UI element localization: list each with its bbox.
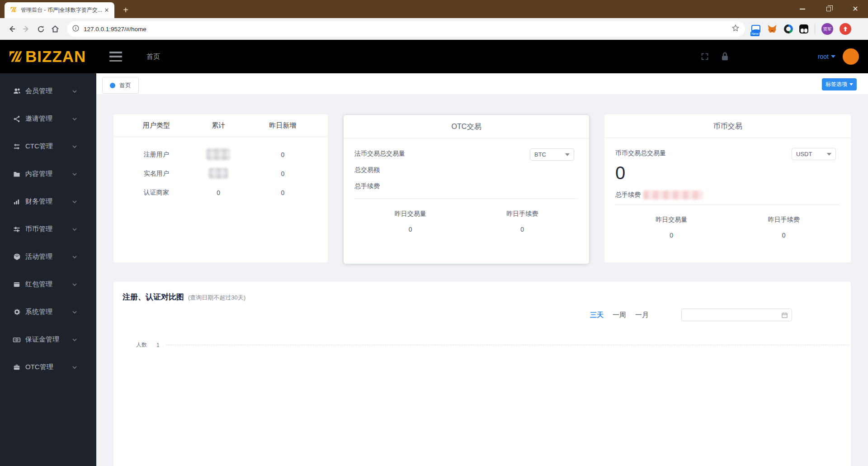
tag-dot-icon xyxy=(110,83,115,88)
table-row: 实名用户 0 xyxy=(113,164,328,183)
otc-card-body: 法币交易总交易量 BTC 总交易额 总手续费 昨日交易量 0 xyxy=(344,138,589,233)
extension-new-icon[interactable]: New xyxy=(751,25,760,33)
sidebar-item-activities[interactable]: 活动管理 xyxy=(0,243,96,271)
bookmark-star-icon[interactable] xyxy=(731,24,740,34)
range-3days-link[interactable]: 三天 xyxy=(590,311,604,319)
lock-icon[interactable] xyxy=(721,52,729,62)
yesterday-fee-col: 昨日手续费 0 xyxy=(467,210,579,233)
chevron-down-icon xyxy=(71,281,78,290)
extension-red-arrow-icon[interactable] xyxy=(840,23,851,35)
sliders-icon xyxy=(13,225,21,233)
y-axis-tick: 1 xyxy=(156,342,160,348)
window-minimize-button[interactable] xyxy=(792,0,813,18)
user-avatar[interactable] xyxy=(843,48,859,65)
breadcrumb-tag-home[interactable]: 首页 xyxy=(102,77,139,94)
y-axis-label: 人数 xyxy=(136,341,147,349)
site-info-icon[interactable] xyxy=(72,25,79,33)
range-1month-link[interactable]: 一月 xyxy=(635,311,649,319)
back-icon[interactable] xyxy=(5,23,18,35)
gear-icon xyxy=(13,308,21,316)
col-total: 累计 xyxy=(199,121,238,130)
sidebar-item-coin-trade[interactable]: 币币管理 xyxy=(0,215,96,243)
sidebar-item-system[interactable]: 系统管理 xyxy=(0,298,96,326)
stats-table-body: 注册用户 0 实名用户 0 认证商家 0 0 xyxy=(113,137,328,202)
bizzan-logo-icon xyxy=(8,49,24,64)
yesterday-fee-col: 昨日手续费 0 xyxy=(728,216,840,239)
users-icon xyxy=(13,87,21,95)
coin-currency-select[interactable]: USDT xyxy=(792,148,836,160)
browser-tab[interactable]: 管理后台 - 币严|全球数字资产交... ✕ xyxy=(5,2,114,18)
chevron-down-icon xyxy=(71,254,78,262)
window-restore-button[interactable] xyxy=(818,0,839,18)
browser-profile-avatar[interactable]: 贤军 xyxy=(821,23,833,35)
sidebar-item-finance[interactable]: 财务管理 xyxy=(0,188,96,215)
col-user-type: 用户类型 xyxy=(113,121,199,130)
tab-close-icon[interactable]: ✕ xyxy=(103,6,111,14)
content-area: 用户类型 累计 昨日新增 注册用户 0 实名用户 0 xyxy=(96,94,868,466)
grid-line xyxy=(166,345,849,345)
chevron-down-icon xyxy=(71,309,78,317)
header-nav-home[interactable]: 首页 xyxy=(146,52,160,61)
range-1week-link[interactable]: 一周 xyxy=(613,311,626,319)
extensions-row: New 贤军 xyxy=(751,23,851,35)
new-tab-button[interactable]: + xyxy=(120,5,131,16)
calendar-icon xyxy=(781,312,788,319)
chart-title: 注册、认证对比图 xyxy=(123,292,184,302)
otc-card-title: OTC交易 xyxy=(344,115,589,138)
reload-icon[interactable] xyxy=(34,23,47,35)
bar-chart-icon xyxy=(13,198,21,206)
censored-value xyxy=(199,148,238,162)
sidebar-item-ctc[interactable]: CTC管理 xyxy=(0,133,96,160)
otc-trade-card: OTC交易 法币交易总交易量 BTC 总交易额 总手续费 昨日交易量 xyxy=(343,114,590,264)
forward-icon[interactable] xyxy=(20,23,33,35)
sidebar-item-otc[interactable]: OTC管理 xyxy=(0,353,96,381)
col-new-yesterday: 昨日新增 xyxy=(238,121,328,130)
chevron-down-icon xyxy=(71,143,78,152)
censored-value xyxy=(199,168,238,180)
cube-icon xyxy=(13,253,21,261)
tag-options-button[interactable]: 标签选项 xyxy=(822,78,857,90)
bizzan-logo: BIZZAN xyxy=(8,48,97,66)
chevron-down-icon xyxy=(71,337,78,345)
divider xyxy=(615,204,840,205)
url-bar[interactable]: 127.0.0.1:9527/#/home xyxy=(67,21,745,37)
sidebar-toggle-hamburger-icon[interactable] xyxy=(109,52,122,62)
app-header: BIZZAN 首页 root xyxy=(0,40,868,73)
chart-controls: 三天 一周 一月 xyxy=(123,309,842,321)
user-dropdown-caret-icon[interactable] xyxy=(831,55,835,58)
select-caret-icon xyxy=(827,153,831,156)
coin-volume-value: 0 xyxy=(615,163,840,182)
yesterday-volume-col: 昨日交易量 0 xyxy=(354,210,467,233)
fullscreen-icon[interactable] xyxy=(700,52,710,62)
date-range-input[interactable] xyxy=(681,309,792,321)
sidebar-item-members[interactable]: 会员管理 xyxy=(0,77,96,105)
toolbar-separator xyxy=(815,24,815,33)
breadcrumb-row: 首页 标签选项 xyxy=(96,73,868,94)
otc-yesterday-stats: 昨日交易量 0 昨日手续费 0 xyxy=(354,210,578,233)
browser-titlebar: 管理后台 - 币严|全球数字资产交... ✕ + ✕ xyxy=(0,0,868,18)
share-icon xyxy=(13,115,21,123)
otc-currency-select[interactable]: BTC xyxy=(530,148,574,161)
extension-dark-icon[interactable] xyxy=(799,24,808,33)
swap-arrows-icon xyxy=(13,143,21,151)
extension-ring-icon[interactable] xyxy=(784,24,793,33)
yesterday-volume-col: 昨日交易量 0 xyxy=(615,216,728,239)
sidebar-item-content[interactable]: 内容管理 xyxy=(0,160,96,188)
caret-down-icon xyxy=(849,83,853,86)
user-dropdown[interactable]: root xyxy=(818,53,829,60)
chart-card: 注册、认证对比图 (查询日期不超过30天) 三天 一周 一月 人数 1 xyxy=(113,282,851,466)
sidebar-item-margin[interactable]: 保证金管理 xyxy=(0,326,96,353)
window-close-button[interactable]: ✕ xyxy=(845,0,866,18)
metamask-fox-icon[interactable] xyxy=(767,24,778,34)
stats-table-header: 用户类型 累计 昨日新增 xyxy=(113,114,328,137)
select-caret-icon xyxy=(565,153,570,156)
folder-icon xyxy=(13,170,21,178)
sidebar-item-redpacket[interactable]: 红包管理 xyxy=(0,271,96,298)
total-amount-label: 总交易额 xyxy=(354,162,578,178)
sidebar-item-invites[interactable]: 邀请管理 xyxy=(0,105,96,133)
coin-fee-row: 总手续费 xyxy=(615,190,840,200)
chart-axis-row: 人数 1 xyxy=(136,341,849,349)
home-icon[interactable] xyxy=(49,23,61,35)
logo-text: BIZZAN xyxy=(25,48,86,66)
total-fee-label: 总手续费 xyxy=(354,178,578,195)
